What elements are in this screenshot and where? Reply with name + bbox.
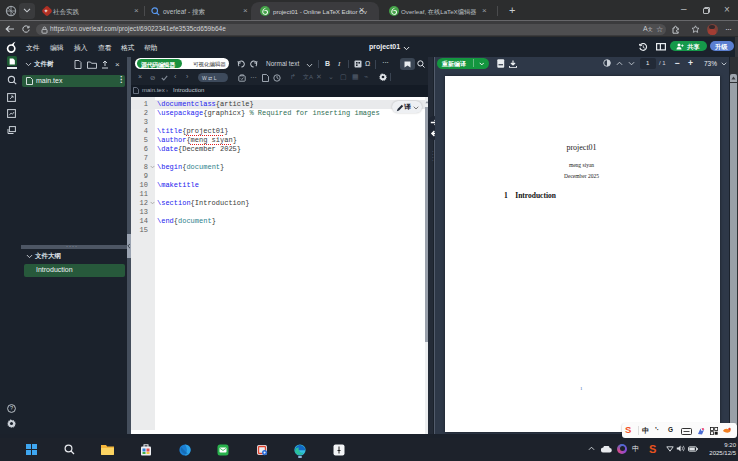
svg-text:?: ?	[10, 405, 13, 411]
